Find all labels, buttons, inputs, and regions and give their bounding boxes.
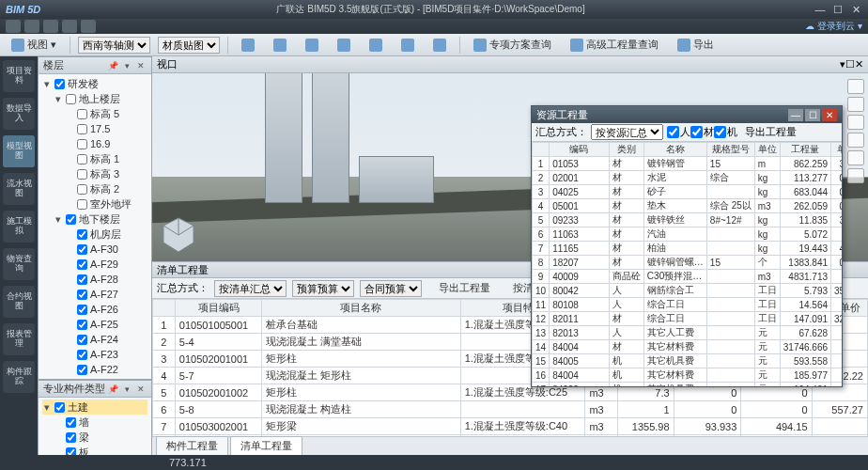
minimize-icon[interactable]: — (814, 4, 827, 15)
col-header[interactable]: 单价 (831, 143, 842, 157)
table-row[interactable]: 1180108人综合工日工日14.5644806990.72 (533, 298, 843, 312)
table-row[interactable]: 202001材水泥综合kg113.2770.3741.91 (533, 171, 843, 185)
tree-checkbox[interactable] (77, 199, 87, 210)
tool-icon[interactable] (300, 36, 324, 55)
tree-item[interactable]: A-F22 (42, 362, 147, 377)
view-button[interactable]: 视图▾ (6, 36, 62, 55)
resource-mode-select[interactable]: 按资源汇总 (591, 124, 663, 140)
table-row[interactable]: 1484004材其它材料费元31746.666131746.65 (533, 340, 843, 354)
resource-grid[interactable]: 编码类别名称规格型号单位工程量单价合价(元)101053材镀锌钢管15m862.… (532, 142, 842, 386)
nav-0[interactable]: 项目资料 (3, 60, 35, 92)
viewport-close-icon[interactable]: ✕ (855, 58, 863, 70)
nav-2[interactable]: 模型视图 (3, 135, 35, 167)
tree-checkbox[interactable] (77, 259, 87, 270)
tree-checkbox[interactable] (77, 365, 87, 375)
pin-icon[interactable]: 📌 (107, 384, 118, 395)
qa-icon[interactable] (62, 20, 77, 33)
tool-icon[interactable] (268, 36, 292, 55)
col-header[interactable]: 单位 (754, 143, 780, 157)
maximize-icon[interactable]: ☐ (805, 109, 820, 121)
tree-checkbox[interactable] (77, 320, 87, 330)
tree-checkbox[interactable] (54, 79, 65, 89)
close-icon[interactable]: ✕ (822, 109, 837, 121)
budget-select[interactable]: 预算预算 (292, 280, 354, 297)
table-row[interactable]: 940009商品砼C30预拌混…m34831.7134101981002.39 (533, 270, 843, 284)
tree-checkbox[interactable] (77, 274, 87, 285)
table-row[interactable]: 405001材垫木综合 25以m3262.0590.45117.93 (533, 199, 843, 213)
filter-人[interactable]: 人 (667, 125, 690, 139)
tree-checkbox[interactable] (66, 214, 76, 225)
close-icon[interactable]: ✕ (135, 60, 147, 71)
col-header[interactable]: 工程量 (780, 143, 830, 157)
table-row[interactable]: 1282011材综合工日工日147.09132.534784.88 (533, 312, 843, 326)
tree-item[interactable]: ▾地上楼层 (42, 91, 147, 106)
tree-checkbox[interactable] (77, 305, 87, 315)
vp-tool-icon[interactable] (847, 79, 864, 94)
tree-item[interactable]: ▾研发楼 (42, 76, 147, 91)
vp-tool-icon[interactable] (847, 133, 864, 148)
tree-checkbox[interactable] (66, 417, 76, 428)
advanced-query-button[interactable]: 高级工程量查询 (565, 36, 664, 55)
tree-checkbox[interactable] (54, 402, 65, 413)
tree-checkbox[interactable] (77, 290, 87, 300)
table-row[interactable]: 611063材汽油kg5.0721786.22 (533, 227, 843, 242)
nav-5[interactable]: 物资查询 (3, 248, 35, 280)
tree-checkbox[interactable] (77, 169, 87, 180)
qa-icon[interactable] (6, 20, 21, 33)
close-icon[interactable]: ✕ (135, 384, 147, 395)
tool-icon[interactable] (395, 36, 420, 55)
nav-8[interactable]: 构件跟踪 (3, 361, 35, 393)
filter-材[interactable]: 材 (690, 125, 714, 139)
tree-item[interactable]: 梁 (42, 430, 147, 445)
dropdown-icon[interactable]: ▾ (121, 384, 132, 395)
export-resource-button[interactable]: 导出工程量 (745, 125, 797, 139)
nav-3[interactable]: 流水视图 (3, 173, 35, 205)
vp-tool-icon[interactable] (847, 150, 864, 165)
vp-tool-icon[interactable] (847, 97, 864, 112)
tree-item[interactable]: 标高 1 (42, 151, 147, 166)
tool-icon[interactable] (332, 36, 356, 55)
tree-checkbox[interactable] (77, 124, 87, 134)
tree-item[interactable]: A-F26 (42, 302, 147, 317)
export-qty-button[interactable]: 导出工程量 (433, 280, 496, 296)
table-row[interactable]: 65-8现浇混凝土 构造柱m3100557.27 (153, 401, 868, 418)
tree-item[interactable]: A-F30 (42, 242, 147, 257)
tree-item[interactable]: A-F23 (42, 347, 147, 362)
tree-item[interactable]: ▾地下楼层 (42, 212, 147, 227)
table-row[interactable]: 1784023机其它机具费元194.4311194.43 (533, 383, 843, 387)
tree-checkbox[interactable] (66, 94, 76, 104)
tree-checkbox[interactable] (77, 154, 87, 164)
tree-item[interactable]: 17.5 (42, 121, 147, 136)
tool-icon[interactable] (236, 36, 260, 55)
tree-checkbox[interactable] (77, 335, 87, 345)
nav-1[interactable]: 数据导入 (3, 98, 35, 130)
tree-checkbox[interactable] (77, 350, 87, 360)
col-header[interactable] (153, 300, 176, 317)
vp-tool-icon[interactable] (847, 168, 864, 183)
table-row[interactable]: 7010503002001矩形梁1.混凝土强度等级:C40m31355.9893… (153, 418, 868, 435)
filter-机[interactable]: 机 (714, 125, 737, 139)
material-select[interactable]: 材质贴图 (158, 37, 220, 54)
view-cube-icon[interactable] (160, 216, 197, 254)
tree-item[interactable]: 16.9 (42, 136, 147, 151)
summary-mode-select[interactable]: 按清单汇总 (214, 280, 287, 297)
floor-tree[interactable]: ▾研发楼▾地上楼层标高 517.516.9标高 1标高 3标高 2室外地坪▾地下… (39, 74, 151, 379)
col-header[interactable]: 项目名称 (262, 300, 461, 317)
export-button[interactable]: 导出 (672, 36, 720, 55)
tree-item[interactable]: A-F27 (42, 287, 147, 302)
col-header[interactable]: 名称 (643, 143, 706, 157)
tree-item[interactable]: 室外地坪 (42, 196, 147, 212)
minimize-icon[interactable]: — (788, 109, 803, 121)
tree-item[interactable]: 标高 3 (42, 166, 147, 181)
tool-icon[interactable] (364, 36, 388, 55)
table-row[interactable]: 1584005机其它机具费元593.5581593.56 (533, 354, 843, 368)
tree-item[interactable]: A-F25 (42, 317, 147, 332)
vp-tool-icon[interactable] (847, 115, 864, 130)
table-row[interactable]: 101053材镀锌钢管15m862.2593.993440.41 (533, 157, 843, 171)
col-header[interactable]: 项目编码 (175, 300, 261, 317)
tab-1[interactable]: 清单工程量 (230, 436, 302, 455)
table-row[interactable]: 304025材砂子kg683.0440.0427.32 (533, 185, 843, 199)
qa-icon[interactable] (81, 20, 96, 33)
nav-6[interactable]: 合约视图 (3, 286, 35, 318)
tree-checkbox[interactable] (77, 229, 87, 240)
